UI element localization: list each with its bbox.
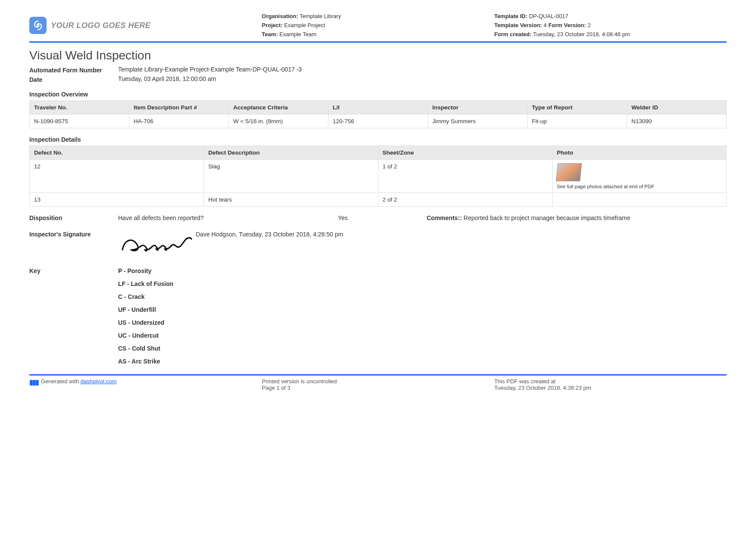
cell-defect-no: 13 — [30, 193, 204, 207]
signature-row: Inspector's Signature Dave Hodgson, Tues… — [29, 231, 727, 255]
form-created-label: Form created: — [494, 31, 532, 37]
uncontrolled-text: Printed version is uncontrolled — [262, 378, 494, 385]
page-title: Visual Weld Inspection — [29, 49, 727, 62]
cell-sheet-zone: 2 of 2 — [378, 193, 552, 207]
comments-value: Reported back to project manager because… — [462, 214, 631, 221]
key-item: C - Crack — [118, 293, 727, 300]
cell-item-desc: HA-706 — [129, 115, 229, 128]
org-label: Organisation: — [262, 13, 298, 19]
th-inspector: Inspector — [428, 101, 528, 115]
form-created-value: Tuesday, 23 October 2018, 4:08:46 pm — [531, 31, 630, 37]
cell-inspector: Jimmy Summers — [428, 115, 528, 128]
th-traveler: Traveler No. — [30, 101, 129, 115]
template-version-label: Template Version: — [494, 22, 542, 28]
footer-right: This PDF was created at Tuesday, 23 Octo… — [494, 378, 727, 391]
logo-icon — [29, 17, 47, 34]
footer-mid: Printed version is uncontrolled Page 1 o… — [262, 378, 494, 391]
cell-li: 120-756 — [328, 115, 428, 128]
page-number: Page 1 of 3 — [262, 385, 494, 391]
photo-note: See full page photos attached at end of … — [557, 184, 722, 189]
th-report-type: Type of Report — [528, 101, 627, 115]
key-item: P - Porosity — [118, 267, 727, 274]
generated-prefix: Generated with — [41, 378, 81, 385]
inspection-overview-table: Traveler No. Item Description Part # Acc… — [29, 100, 727, 128]
cell-defect-no: 12 — [30, 160, 204, 193]
cell-report-type: Fit-up — [528, 115, 627, 128]
template-version-value: 4 — [542, 22, 548, 28]
disposition-label: Disposition — [29, 214, 118, 221]
logo-placeholder-text: YOUR LOGO GOES HERE — [51, 21, 151, 30]
cell-welder-id: N13090 — [627, 115, 727, 128]
key-list: P - Porosity LF - Lack of Fusion C - Cra… — [118, 267, 727, 371]
signature-image — [118, 231, 196, 255]
automated-form-label: Automated Form Number — [29, 66, 118, 74]
cell-photo — [552, 193, 726, 207]
cell-acceptance: W < 5/16 in. (8mm) — [229, 115, 328, 128]
created-at-label: This PDF was created at — [494, 378, 727, 385]
th-defect-no: Defect No. — [30, 146, 204, 160]
key-item: CS - Cold Shut — [118, 345, 727, 352]
dashpivot-icon: ▮▮▮ — [29, 378, 38, 386]
th-item-desc: Item Description Part # — [129, 101, 229, 115]
form-version-label: Form Version: — [548, 22, 586, 28]
key-item: LF - Lack of Fusion — [118, 280, 727, 287]
automated-form-value: Template Library-Example Project-Example… — [118, 66, 727, 74]
table-row: 12 Slag 1 of 2 See full page photos atta… — [30, 160, 727, 193]
project-value: Example Project — [283, 22, 325, 28]
logo-swirl-icon — [33, 20, 43, 31]
key-item: UF - Underfill — [118, 306, 727, 313]
th-sheet-zone: Sheet/Zone — [378, 146, 552, 160]
header-left: YOUR LOGO GOES HERE — [29, 12, 262, 39]
cell-sheet-zone: 1 of 2 — [378, 160, 552, 193]
photo-thumb-icon — [556, 163, 582, 181]
cell-photo: See full page photos attached at end of … — [552, 160, 726, 193]
table-row: 13 Hot tears 2 of 2 — [30, 193, 727, 207]
key-label: Key — [29, 267, 118, 371]
signature-meta: Dave Hodgson, Tuesday, 23 October 2018, … — [196, 231, 727, 238]
key-item: UC - Undercut — [118, 332, 727, 339]
comments-label: Comments:: — [427, 214, 462, 221]
footer: ▮▮▮ Generated with dashpivot.com Printed… — [29, 374, 727, 391]
inspection-details-table: Defect No. Defect Description Sheet/Zone… — [29, 146, 727, 207]
th-li: L/I — [328, 101, 428, 115]
table-row: N-1090-8575 HA-706 W < 5/16 in. (8mm) 12… — [30, 115, 727, 128]
footer-left: ▮▮▮ Generated with dashpivot.com — [29, 378, 262, 391]
disposition-answer: Yes — [338, 214, 427, 221]
th-defect-desc: Defect Description — [204, 146, 378, 160]
key-row: Key P - Porosity LF - Lack of Fusion C -… — [29, 267, 727, 371]
key-item: AS - Arc Strike — [118, 358, 727, 365]
date-row: Date Tuesday, 03 April 2018, 12:00:00 am — [29, 75, 727, 83]
disposition-comments: Comments:: Reported back to project mana… — [427, 214, 727, 221]
th-welder-id: Welder ID — [627, 101, 727, 115]
disposition-row: Disposition Have all defects been report… — [29, 214, 727, 221]
cell-defect-desc: Hot tears — [204, 193, 378, 207]
th-acceptance: Acceptance Criteria — [229, 101, 328, 115]
inspection-overview-title: Inspection Overview — [29, 91, 727, 98]
document-page: YOUR LOGO GOES HERE Organisation: Templa… — [0, 0, 756, 534]
template-id-value: DP-QUAL-0017 — [528, 13, 569, 19]
date-label: Date — [29, 75, 118, 83]
team-label: Team: — [262, 31, 278, 37]
key-item: US - Undersized — [118, 319, 727, 326]
cell-traveler: N-1090-8575 — [30, 115, 129, 128]
created-at-value: Tuesday, 23 October 2018, 4:38:23 pm — [494, 385, 727, 391]
project-label: Project: — [262, 22, 282, 28]
form-version-value: 2 — [586, 22, 591, 28]
dashpivot-link[interactable]: dashpivot.com — [81, 378, 117, 385]
inspection-details-title: Inspection Details — [29, 136, 727, 143]
header-meta-right: Template ID: DP-QUAL-0017 Template Versi… — [494, 12, 727, 39]
org-value: Template Library — [298, 13, 341, 19]
team-value: Example Team — [278, 31, 316, 37]
document-header: YOUR LOGO GOES HERE Organisation: Templa… — [29, 12, 727, 43]
cell-defect-desc: Slag — [204, 160, 378, 193]
signature-icon — [118, 233, 196, 254]
template-id-label: Template ID: — [494, 13, 528, 19]
disposition-question: Have all defects been reported? — [118, 214, 338, 221]
automated-form-row: Automated Form Number Template Library-E… — [29, 66, 727, 74]
date-value: Tuesday, 03 April 2018, 12:00:00 am — [118, 75, 727, 83]
signature-label: Inspector's Signature — [29, 231, 118, 238]
th-photo: Photo — [552, 146, 726, 160]
header-meta-mid: Organisation: Template Library Project: … — [262, 12, 494, 39]
